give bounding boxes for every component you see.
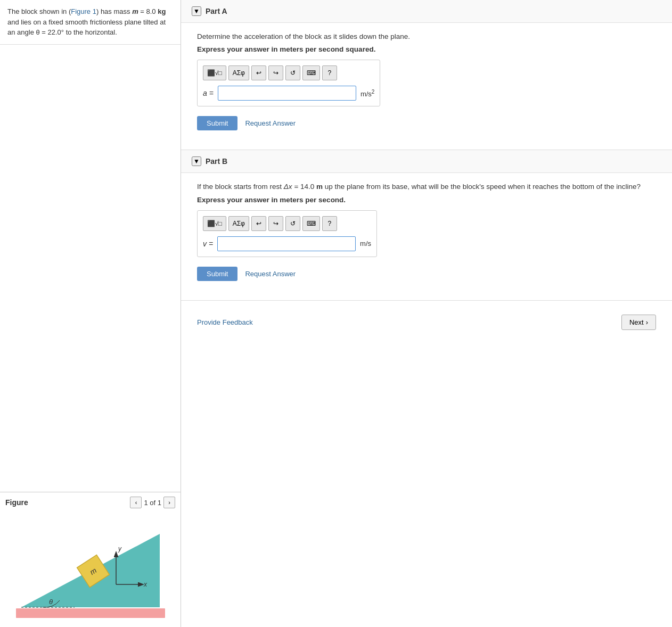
left-panel: The block shown in (Figure 1) has mass m… [0, 0, 181, 627]
part-a-math-btn[interactable]: ⬛√□ [203, 65, 226, 80]
part-a-label: Part A [206, 7, 227, 15]
part-b-label: Part B [206, 157, 227, 166]
figure-header: Figure ‹ 1 of 1 › [0, 492, 181, 513]
part-a-request-answer-link[interactable]: Request Answer [245, 119, 296, 127]
next-label: Next [629, 318, 644, 326]
part-a-answer-box: ⬛√□ ΑΣφ ↩ ↪ ↺ ⌨ ? a = m/s2 [197, 60, 380, 106]
next-btn[interactable]: Next › [621, 315, 656, 330]
mass-var: m [132, 7, 138, 15]
figure-next-btn[interactable]: › [163, 497, 175, 508]
part-b-question: If the block starts from rest Δx = 14.0 … [197, 182, 656, 192]
part-a-greek-btn[interactable]: ΑΣφ [228, 65, 249, 80]
figure-section: Figure ‹ 1 of 1 › m [0, 492, 181, 627]
part-b-section: ▼ Part B If the block starts from rest Δ… [181, 150, 672, 300]
part-b-header: ▼ Part B [181, 150, 672, 173]
part-b-greek-btn[interactable]: ΑΣφ [228, 216, 249, 231]
part-a-input-row: a = m/s2 [203, 86, 374, 101]
figure-link[interactable]: Figure 1 [71, 7, 96, 15]
svg-text:y: y [118, 545, 122, 552]
problem-text-before: The block shown in ( [7, 7, 71, 15]
part-b-submit-btn[interactable]: Submit [197, 267, 237, 281]
part-a-input[interactable] [218, 86, 356, 101]
part-b-unit: m/s [360, 240, 371, 248]
mass-equals: = 8.0 [138, 7, 158, 15]
mass-unit: kg [158, 7, 166, 15]
part-a-unit: m/s2 [360, 89, 375, 98]
part-a-reset-btn[interactable]: ↺ [285, 65, 300, 80]
part-a-var-label: a = [203, 89, 214, 97]
part-b-toolbar: ⬛√□ ΑΣφ ↩ ↪ ↺ ⌨ ? [203, 216, 371, 231]
incline-diagram: m y x θ [11, 518, 170, 622]
part-b-express: Express your answer in meters per second… [197, 196, 656, 204]
figure-prev-btn[interactable]: ‹ [130, 497, 142, 508]
problem-text-after: ) has mass [96, 7, 132, 15]
part-a-action-row: Submit Request Answer [197, 116, 656, 130]
part-a-keyboard-btn[interactable]: ⌨ [302, 65, 320, 80]
part-a-help-btn[interactable]: ? [322, 65, 337, 80]
part-b-content: If the block starts from rest Δx = 14.0 … [181, 173, 672, 289]
feedback-bar: Provide Feedback Next › [181, 306, 672, 339]
figure-image: m y x θ [0, 513, 181, 627]
part-a-section: ▼ Part A Determine the acceleration of t… [181, 0, 672, 150]
svg-text:θ: θ [49, 598, 53, 606]
part-b-keyboard-btn[interactable]: ⌨ [302, 216, 320, 231]
svg-text:x: x [143, 581, 147, 588]
part-a-header: ▼ Part A [181, 0, 672, 23]
right-panel: ▼ Part A Determine the acceleration of t… [181, 0, 672, 627]
part-b-collapse-btn[interactable]: ▼ [192, 156, 201, 166]
part-a-collapse-btn[interactable]: ▼ [192, 6, 201, 16]
part-a-undo-btn[interactable]: ↩ [251, 65, 266, 80]
part-b-reset-btn[interactable]: ↺ [285, 216, 300, 231]
provide-feedback-link[interactable]: Provide Feedback [197, 318, 253, 326]
part-a-content: Determine the acceleration of the block … [181, 23, 672, 139]
problem-rest: and lies on a fixed smooth frictionless … [7, 18, 166, 37]
part-a-question: Determine the acceleration of the block … [197, 31, 656, 42]
part-b-var-label: v = [203, 240, 213, 248]
next-icon: › [646, 318, 648, 326]
figure-title: Figure [5, 498, 28, 507]
part-b-answer-box: ⬛√□ ΑΣφ ↩ ↪ ↺ ⌨ ? v = m/s [197, 210, 377, 257]
figure-nav: ‹ 1 of 1 › [130, 497, 175, 508]
part-a-redo-btn[interactable]: ↪ [268, 65, 283, 80]
figure-page-label: 1 of 1 [144, 499, 161, 507]
svg-rect-0 [16, 608, 165, 618]
problem-description: The block shown in (Figure 1) has mass m… [0, 0, 181, 45]
part-b-undo-btn[interactable]: ↩ [251, 216, 266, 231]
part-a-express: Express your answer in meters per second… [197, 45, 656, 53]
part-a-submit-btn[interactable]: Submit [197, 116, 237, 130]
part-b-input[interactable] [217, 236, 356, 251]
part-b-help-btn[interactable]: ? [322, 216, 337, 231]
part-a-toolbar: ⬛√□ ΑΣφ ↩ ↪ ↺ ⌨ ? [203, 65, 374, 80]
part-b-math-btn[interactable]: ⬛√□ [203, 216, 226, 231]
part-b-request-answer-link[interactable]: Request Answer [245, 270, 296, 278]
part-b-redo-btn[interactable]: ↪ [268, 216, 283, 231]
part-b-action-row: Submit Request Answer [197, 267, 656, 281]
part-b-input-row: v = m/s [203, 236, 371, 251]
